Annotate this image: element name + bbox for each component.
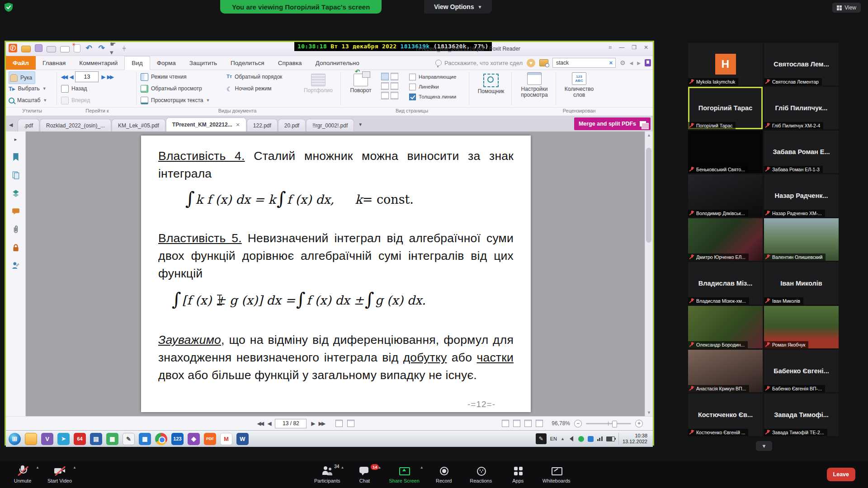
tab-scroll-left-icon[interactable]: ◀: [9, 122, 13, 128]
redo-icon[interactable]: ↷: [97, 44, 106, 52]
zoom-tool-button[interactable]: Масштаб▼: [9, 95, 47, 106]
favorites-icon[interactable]: ♥: [527, 59, 535, 67]
participant-tile[interactable]: Назар Радченк... Назар Радченко ХМ-...: [764, 174, 839, 217]
single-page-view-icon[interactable]: [502, 420, 509, 427]
scroll-up-icon[interactable]: ▲: [647, 133, 651, 137]
search-folder-icon[interactable]: [539, 59, 548, 66]
menu-tab[interactable]: Защитить: [183, 56, 224, 70]
forward-button[interactable]: Вперед: [61, 95, 90, 106]
undo-icon[interactable]: ↶: [85, 44, 93, 52]
page-number-input[interactable]: [75, 71, 99, 82]
last-page-icon[interactable]: ▶▶: [107, 74, 113, 80]
unmute-button[interactable]: ▲ Unmute: [10, 465, 35, 483]
volume-icon[interactable]: [567, 436, 573, 441]
taskbar-app-icon[interactable]: ➤: [57, 433, 70, 445]
previous-page-icon[interactable]: ◀: [268, 421, 270, 427]
foxit-logo[interactable]: Ⓕ: [9, 44, 17, 52]
continuous-page-icon[interactable]: [381, 82, 389, 90]
antivirus-icon[interactable]: [578, 436, 584, 442]
menu-tab[interactable]: Поделиться: [224, 56, 271, 70]
assistant-button[interactable]: Помощник: [472, 74, 509, 94]
search-input[interactable]: [555, 59, 607, 66]
language-indicator[interactable]: EN: [550, 436, 557, 441]
mic-options-caret[interactable]: ▲: [36, 465, 39, 469]
security-icon[interactable]: [12, 244, 20, 252]
video-options-caret[interactable]: ▲: [73, 465, 76, 469]
taskbar-app-icon[interactable]: PDF: [204, 433, 216, 445]
participants-caret[interactable]: ▲: [341, 465, 344, 469]
rotate-button[interactable]: Поворот: [344, 74, 377, 94]
next-page-icon[interactable]: ▶: [311, 421, 314, 427]
taskbar-clock[interactable]: 10:3813.12.2022: [618, 433, 651, 445]
taskbar-app-icon[interactable]: ▦: [139, 433, 151, 445]
reverse-order-button[interactable]: Tт Обратный порядок: [226, 71, 282, 82]
document-tab[interactable]: 122.pdf: [247, 119, 278, 131]
taskbar-app-icon[interactable]: V: [41, 433, 53, 445]
snapshot-icon[interactable]: [335, 420, 343, 427]
taskbar-app-icon[interactable]: ▤: [90, 433, 102, 445]
participant-tile[interactable]: Дмитро Юрченко ЕЛ...: [688, 218, 763, 261]
taskbar-app-icon[interactable]: [155, 433, 167, 445]
sync-icon[interactable]: [588, 436, 594, 442]
guides-checkbox[interactable]: Направляющие: [409, 72, 456, 82]
participant-tile[interactable]: Бабенко Євгені... Бабенко Євгенія ВП-...: [764, 350, 839, 392]
select-tool-button[interactable]: T▸ Выбрать▼: [9, 83, 47, 94]
clear-search-icon[interactable]: ✕: [609, 60, 613, 66]
document-tab[interactable]: KM_Lek_#05.pdf: [112, 119, 165, 131]
page-indicator[interactable]: 13 / 82: [275, 419, 307, 428]
document-tab[interactable]: Rozklad_2022_(osin)_...: [40, 119, 111, 131]
document-tab[interactable]: !!rgr_0002!.pdf: [306, 119, 354, 131]
bookmarks-icon[interactable]: [12, 153, 20, 161]
save-icon[interactable]: [35, 44, 42, 52]
scroll-down-icon[interactable]: ▼: [647, 410, 651, 415]
chat-button[interactable]: 14 ▲ Chat: [352, 465, 377, 483]
document-tab[interactable]: .pdf: [18, 119, 39, 131]
taskbar-app-icon[interactable]: M: [220, 433, 232, 445]
taskbar-app-icon[interactable]: W: [236, 433, 249, 445]
email-icon[interactable]: [60, 46, 70, 52]
participant-tile[interactable]: Олександр Бородин...: [688, 306, 763, 348]
menu-tab[interactable]: Дополнительно: [309, 56, 366, 70]
reverse-view-button[interactable]: Обратный просмотр: [141, 83, 202, 94]
participant-tile[interactable]: Святослав Лем... Святослав Лементар: [764, 43, 839, 85]
taskbar-app-icon[interactable]: [25, 433, 37, 445]
print-icon[interactable]: [47, 46, 56, 52]
close-button[interactable]: ✕: [644, 44, 648, 51]
scrollbar-thumb[interactable]: [646, 148, 651, 243]
tell-me-box[interactable]: Расскажите, что хотите сдел: [435, 60, 523, 66]
facing-pages-icon[interactable]: [391, 73, 398, 80]
last-page-icon[interactable]: ▶▶: [319, 421, 325, 427]
merge-split-button[interactable]: Merge and split PDFs: [574, 117, 651, 130]
facing-view-icon[interactable]: [513, 420, 520, 427]
layers-icon[interactable]: [12, 189, 20, 197]
full-page-icon[interactable]: [391, 92, 398, 99]
participant-tile[interactable]: Валентин Олишевский: [764, 218, 839, 261]
menu-tab[interactable]: Справка: [271, 56, 309, 70]
minimize-button[interactable]: —: [619, 44, 624, 51]
hidden-icons-caret[interactable]: ▲: [561, 436, 565, 441]
close-tab-icon[interactable]: ✕: [236, 122, 240, 128]
whiteboards-button[interactable]: Whiteboards: [542, 465, 571, 483]
night-mode-button[interactable]: ☾ Ночной режим: [226, 83, 271, 94]
participant-tile[interactable]: Гліб Пилипчук... Гліб Пилипчук ХМ-2-4: [764, 87, 839, 129]
chat-caret[interactable]: ▲: [378, 465, 382, 469]
continuous-view-icon[interactable]: [524, 420, 532, 427]
pin-icon[interactable]: ⌗: [609, 44, 612, 51]
zoom-slider[interactable]: [586, 423, 631, 424]
find-previous-icon[interactable]: ◀: [630, 61, 633, 66]
participant-tile[interactable]: Погорілий Тарас Погорілий Тарас: [688, 87, 763, 129]
participant-tile[interactable]: Володимир Дяківськ...: [688, 174, 763, 217]
word-count-button[interactable]: 123ABC Количество слов: [559, 72, 599, 98]
signature-icon[interactable]: [12, 262, 20, 270]
menu-tab[interactable]: Файл: [6, 56, 36, 70]
taskbar-app-icon[interactable]: ▦: [106, 433, 118, 445]
taskbar-app-icon[interactable]: 123: [171, 433, 184, 445]
restore-button[interactable]: ❐: [632, 44, 637, 51]
text-viewer-button[interactable]: Просмотрщик текста▼: [141, 95, 210, 106]
zoom-in-icon[interactable]: +: [635, 420, 643, 427]
open-folder-icon[interactable]: [21, 46, 31, 52]
search-settings-icon[interactable]: ⚙: [620, 59, 626, 66]
comments-icon[interactable]: [12, 207, 20, 216]
security-shield-icon[interactable]: [5, 3, 13, 12]
menu-tab[interactable]: Вид: [124, 56, 150, 70]
